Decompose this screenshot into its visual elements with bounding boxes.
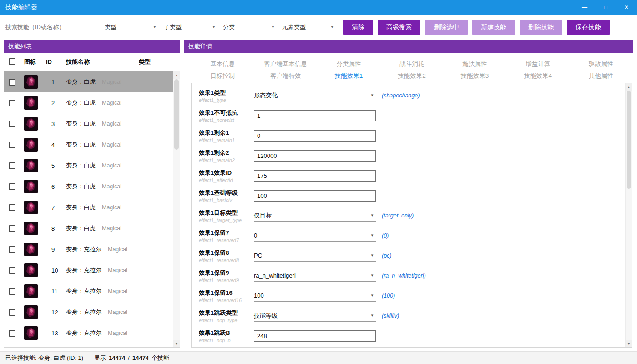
tab[interactable]: 目标控制 bbox=[191, 70, 254, 82]
row-checkbox[interactable] bbox=[9, 330, 15, 337]
skill-list-row[interactable]: 6 变身：白虎 Magical bbox=[4, 176, 173, 197]
effect1_reserved16-select[interactable]: 100▼ bbox=[254, 290, 376, 302]
tab[interactable]: 技能效果2 bbox=[380, 70, 444, 82]
toolbar-button[interactable]: 删除选中 bbox=[425, 20, 468, 35]
minimize-button[interactable]: — bbox=[574, 0, 595, 15]
effect1_reserved9-select[interactable]: ra_n_whitetigerl▼ bbox=[254, 270, 376, 282]
skill-icon bbox=[24, 159, 46, 172]
skill-list-row[interactable]: 8 变身：白虎 Magical bbox=[4, 218, 173, 239]
field-control bbox=[254, 150, 376, 162]
effect1_effectid-input[interactable] bbox=[254, 170, 376, 182]
field-hint: (shapechange) bbox=[382, 92, 420, 99]
tab[interactable]: 施法属性 bbox=[443, 58, 506, 70]
skill-name-cell: 变身：白虎 Magical bbox=[66, 203, 121, 212]
tab[interactable]: 其他属性 bbox=[569, 70, 632, 82]
field-label: 效果1剩余1 bbox=[199, 129, 254, 137]
scroll-down-icon[interactable]: ▼ bbox=[626, 340, 632, 347]
row-checkbox[interactable] bbox=[9, 225, 15, 232]
effect1_hop_type-select[interactable]: 技能等级▼ bbox=[254, 310, 376, 322]
skill-list-row[interactable]: 9 变身：克拉尔 Magical bbox=[4, 239, 173, 260]
scrollbar-thumb[interactable] bbox=[627, 91, 631, 189]
scroll-up-icon[interactable]: ▲ bbox=[626, 83, 632, 91]
chevron-down-icon: ▼ bbox=[330, 25, 336, 29]
skill-type: Magical bbox=[102, 79, 121, 85]
row-checkbox[interactable] bbox=[9, 79, 15, 86]
skill-list-row[interactable]: 12 变身：克拉尔 Magical bbox=[4, 302, 173, 323]
scroll-up-icon[interactable]: ▲ bbox=[173, 71, 180, 79]
effect1_target_type-select[interactable]: 仅目标▼ bbox=[254, 210, 376, 222]
effect1_hop_b-input[interactable] bbox=[254, 330, 376, 342]
row-checkbox[interactable] bbox=[9, 142, 15, 148]
row-checkbox[interactable] bbox=[9, 100, 15, 106]
toolbar-button[interactable]: 新建技能 bbox=[472, 20, 515, 35]
form-scrollbar[interactable]: ▲ ▼ bbox=[625, 83, 632, 347]
effect1_reserved7-select[interactable]: 0▼ bbox=[254, 230, 376, 242]
toolbar-button[interactable]: 删除技能 bbox=[520, 20, 562, 35]
effect1_reserved8-select[interactable]: PC▼ bbox=[254, 250, 376, 262]
filter-dropdown[interactable]: 子类型 ▼ bbox=[164, 21, 217, 33]
tab[interactable]: 客户端基本信息 bbox=[254, 58, 318, 70]
close-button[interactable]: ✕ bbox=[616, 0, 637, 15]
skill-name: 变身：克拉尔 bbox=[66, 329, 101, 337]
field-label: 效果1跳跃类型 bbox=[199, 309, 254, 317]
filter-dropdown[interactable]: 分类 ▼ bbox=[223, 21, 277, 33]
skill-name-cell: 变身：白虎 Magical bbox=[66, 162, 121, 170]
scroll-down-icon[interactable]: ▼ bbox=[173, 340, 180, 347]
filter-dropdown[interactable]: 类型 ▼ bbox=[105, 21, 158, 33]
row-checkbox[interactable] bbox=[9, 162, 15, 169]
skill-list-row[interactable]: 7 变身：白虎 Magical bbox=[4, 197, 173, 218]
list-scrollbar[interactable]: ▲ ▼ bbox=[173, 71, 180, 347]
filter-dropdown[interactable]: 元素类型 ▼ bbox=[282, 21, 336, 33]
list-column-header: 图标 ID 技能名称 类型 bbox=[4, 53, 180, 71]
effect1_noresist-input[interactable] bbox=[254, 110, 376, 121]
maximize-button[interactable]: □ bbox=[595, 0, 616, 15]
tab[interactable]: 技能效果4 bbox=[506, 70, 570, 82]
row-checkbox[interactable] bbox=[9, 288, 15, 295]
search-input[interactable] bbox=[5, 21, 93, 33]
field-labels: 效果1剩余2 effect1_remain2 bbox=[199, 149, 254, 163]
tab[interactable]: 技能效果3 bbox=[443, 70, 506, 82]
skill-id: 13 bbox=[46, 330, 66, 337]
tab[interactable]: 战斗消耗 bbox=[380, 58, 444, 70]
field-sub-label: effect1_basiclv bbox=[199, 197, 254, 203]
chevron-down-icon: ▼ bbox=[271, 25, 277, 29]
row-checkbox[interactable] bbox=[9, 246, 15, 253]
scrollbar-thumb[interactable] bbox=[174, 79, 179, 150]
tab[interactable]: 技能效果1 bbox=[317, 70, 380, 82]
skill-list-row[interactable]: 4 变身：白虎 Magical bbox=[4, 134, 173, 155]
tab[interactable]: 基本信息 bbox=[191, 58, 254, 70]
tab[interactable]: 客户端特效 bbox=[254, 70, 318, 82]
skill-list-row[interactable]: 11 变身：克拉尔 Magical bbox=[4, 281, 173, 302]
skill-icon bbox=[24, 138, 46, 152]
skill-list-row[interactable]: 5 变身：白虎 Magical bbox=[4, 155, 173, 176]
skill-name: 变身：克拉尔 bbox=[66, 287, 101, 295]
toolbar-button[interactable]: 保存技能 bbox=[567, 20, 610, 35]
effect1_basiclv-input[interactable] bbox=[254, 190, 376, 202]
row-checkbox[interactable] bbox=[9, 267, 15, 274]
tab[interactable]: 驱散属性 bbox=[569, 58, 632, 70]
field-label: 效果1目标类型 bbox=[199, 209, 254, 217]
toolbar-button[interactable]: 清除 bbox=[343, 20, 373, 35]
filter-dropdown-label: 分类 bbox=[223, 23, 235, 31]
row-checkbox[interactable] bbox=[9, 183, 15, 190]
skill-name: 变身：白虎 bbox=[66, 78, 96, 86]
row-checkbox[interactable] bbox=[9, 309, 15, 316]
row-checkbox[interactable] bbox=[9, 204, 15, 211]
row-checkbox[interactable] bbox=[9, 121, 15, 127]
tab[interactable]: 分类属性 bbox=[317, 58, 380, 70]
toolbar-button[interactable]: 高级搜索 bbox=[378, 20, 420, 35]
form-field-row: 效果1保留9 effect1_reserved9 ra_n_whitetiger… bbox=[199, 266, 622, 286]
effect1_remain2-input[interactable] bbox=[254, 150, 376, 162]
effect1_remain1-input[interactable] bbox=[254, 130, 376, 142]
titlebar: 技能编辑器 — □ ✕ bbox=[0, 0, 637, 15]
effect1_type-select[interactable]: 形态变化▼ bbox=[254, 90, 376, 101]
skill-list-row[interactable]: 1 变身：白虎 Magical bbox=[4, 71, 173, 92]
skill-icon bbox=[24, 326, 46, 340]
select-all-checkbox[interactable] bbox=[9, 58, 15, 65]
skill-list-row[interactable]: 2 变身：白虎 Magical bbox=[4, 92, 173, 113]
skill-list-row[interactable]: 10 变身：克拉尔 Magical bbox=[4, 260, 173, 281]
tab[interactable]: 增益计算 bbox=[506, 58, 570, 70]
skill-name-cell: 变身：白虎 Magical bbox=[66, 182, 121, 191]
skill-list-row[interactable]: 13 变身：克拉尔 Magical bbox=[4, 323, 173, 344]
skill-list-row[interactable]: 3 变身：白虎 Magical bbox=[4, 113, 173, 134]
